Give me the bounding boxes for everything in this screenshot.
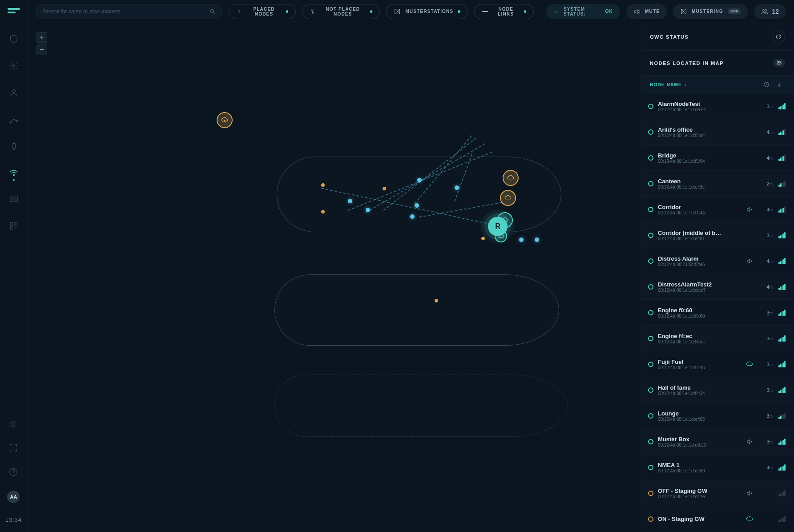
- node-mac-label: 00:12:4b:00:1e:1d:ef:05: [658, 417, 741, 422]
- sidebar-apps-icon[interactable]: [8, 221, 19, 231]
- mustering-badge: OFF: [728, 8, 741, 14]
- map-node-dot[interactable]: [535, 238, 539, 242]
- node-info: NMEA 100:12:4b:00:1e:1d:df:89: [658, 462, 741, 473]
- node-signal-icon: [777, 206, 787, 213]
- node-info: Engine f0:6000:12:4b:00:1e:1d:f0:60: [658, 307, 741, 318]
- node-info: Hall of fame00:12:4b:00:1e:1d:f4:34: [658, 384, 741, 396]
- node-info: OFF - Staging GW00:12:4b:00:1e:1d:df:1e: [658, 488, 741, 499]
- node-mac-label: 00:12:4b:00:1e:1d:f4:ec: [658, 339, 741, 344]
- node-time-label: 3m: [758, 387, 773, 393]
- map-node-R[interactable]: R: [488, 217, 508, 236]
- node-time-label: 4m: [758, 129, 773, 135]
- node-status-icon: [648, 284, 653, 290]
- node-time-label: 3m: [758, 413, 773, 419]
- node-name-label: Arild's office: [658, 126, 741, 133]
- node-row[interactable]: Corridor (middle of b…00:12:4b:00:1e:1d:…: [641, 222, 794, 248]
- table-head: NODE NAME↓: [641, 76, 794, 93]
- sidebar-watch-icon[interactable]: [8, 141, 19, 151]
- node-list[interactable]: AlarmNodeTest00:12:4b:00:1e:1d:de:923mAr…: [641, 93, 794, 532]
- sidebar-person-icon[interactable]: [8, 87, 19, 98]
- sidebar-id-icon[interactable]: [8, 194, 19, 205]
- svg-rect-10: [10, 227, 13, 229]
- mute-button[interactable]: MUTE: [626, 4, 667, 19]
- map-node-gateway[interactable]: [503, 170, 519, 186]
- sidebar-route-icon[interactable]: [8, 114, 19, 125]
- node-status-icon: [648, 258, 653, 264]
- node-row[interactable]: ON - Staging GW: [641, 506, 794, 532]
- col-node-name[interactable]: NODE NAME↓: [650, 82, 760, 87]
- map-node-dot[interactable]: [415, 203, 419, 208]
- map-node-dot[interactable]: [417, 178, 422, 182]
- user-avatar[interactable]: AA: [7, 491, 20, 503]
- node-status-icon: [648, 491, 653, 496]
- zoom-out-button[interactable]: −: [36, 44, 47, 55]
- map-node-dot[interactable]: [481, 237, 485, 240]
- node-row[interactable]: NMEA 100:12:4b:00:1e:1d:df:894m: [641, 455, 794, 480]
- node-row[interactable]: Engine f0:6000:12:4b:00:1e:1d:f0:603m: [641, 300, 794, 326]
- node-row[interactable]: Muster Box00:12:4b:00:1e:1d:e0:293m: [641, 429, 794, 455]
- node-sound-icon: [745, 206, 754, 213]
- map-node-dot[interactable]: [519, 238, 524, 242]
- sidebar-sun-icon[interactable]: [8, 419, 19, 429]
- refresh-button[interactable]: [772, 30, 785, 44]
- map-canvas[interactable]: + −: [28, 23, 641, 532]
- node-row[interactable]: Corridor00:12:4b:00:1e:1d:f1:444m: [641, 197, 794, 222]
- sidebar-network-icon[interactable]: [8, 167, 19, 178]
- filter-musterstations[interactable]: MUSTERSTATIONS: [386, 4, 468, 19]
- node-row[interactable]: Bridge00:12:4b:00:1e:1d:f5:944m: [641, 145, 794, 171]
- node-row[interactable]: Arild's office00:12:4b:00:1e:1d:f5:a44m: [641, 119, 794, 145]
- muster-icon: [394, 8, 401, 15]
- node-row[interactable]: DistressAlarmTest200:12:4b:00:1e:1d:dc:c…: [641, 274, 794, 300]
- node-row[interactable]: Distress Alarm00:12:4b:00:21:5b:5f:e64m: [641, 248, 794, 274]
- node-row[interactable]: Engine f4:ec00:12:4b:00:1e:1d:f4:ec3m: [641, 326, 794, 351]
- node-row[interactable]: Fujii Fuel00:12:4b:00:1e:1d:f4:453m: [641, 351, 794, 377]
- map-node-gateway[interactable]: [500, 190, 516, 206]
- node-info: ON - Staging GW: [658, 516, 741, 522]
- node-row[interactable]: Lounge00:12:4b:00:1e:1d:ef:053m: [641, 403, 794, 429]
- owc-status-section: OWC STATUS: [641, 23, 794, 51]
- map-node-dot[interactable]: [455, 185, 459, 190]
- node-row[interactable]: Canteen00:12:4b:00:1e:1d:ef:3c2m: [641, 171, 794, 197]
- topbar: PLACED NODES NOT PLACED NODES MUSTERSTAT…: [28, 0, 794, 23]
- map-node-gateway[interactable]: [217, 112, 233, 128]
- svg-rect-9: [14, 223, 17, 226]
- node-signal-icon: [777, 310, 787, 316]
- node-name-label: ON - Staging GW: [658, 516, 741, 522]
- map-node-dot[interactable]: [321, 210, 325, 214]
- sidebar-shield-icon[interactable]: [8, 34, 19, 44]
- node-info: Corridor00:12:4b:00:1e:1d:f1:44: [658, 204, 741, 215]
- map-node-dot[interactable]: [383, 187, 386, 190]
- people-count-pill[interactable]: 12: [754, 4, 786, 19]
- filter-placed-nodes[interactable]: PLACED NODES: [229, 4, 296, 19]
- svg-point-17: [765, 9, 767, 11]
- sidebar-gear-icon[interactable]: [8, 60, 19, 71]
- col-time[interactable]: [760, 81, 773, 88]
- col-signal[interactable]: [773, 81, 785, 88]
- app-logo[interactable]: [8, 8, 20, 16]
- search-input[interactable]: [42, 8, 205, 15]
- node-time-label: 4m: [758, 284, 773, 290]
- node-name-label: Corridor: [658, 204, 741, 210]
- map-node-dot[interactable]: [366, 208, 370, 212]
- node-name-label: Engine f0:60: [658, 307, 741, 314]
- map-node-dot[interactable]: [435, 299, 438, 302]
- node-status-icon: [648, 155, 653, 161]
- zoom-in-button[interactable]: +: [36, 32, 47, 43]
- filter-not-placed-nodes[interactable]: NOT PLACED NODES: [302, 4, 380, 19]
- node-row[interactable]: OFF - Staging GW00:12:4b:00:1e:1d:df:1e—: [641, 480, 794, 506]
- sidebar-fullscreen-icon[interactable]: [8, 443, 19, 453]
- search-box[interactable]: [36, 4, 222, 19]
- map-node-dot[interactable]: [348, 199, 352, 203]
- clock-icon: [763, 81, 770, 88]
- node-row[interactable]: AlarmNodeTest00:12:4b:00:1e:1d:de:923m: [641, 93, 794, 119]
- node-signal-icon: [777, 129, 787, 135]
- node-status-icon: [648, 129, 653, 135]
- node-row[interactable]: Hall of fame00:12:4b:00:1e:1d:f4:343m: [641, 377, 794, 403]
- map-node-dot[interactable]: [410, 214, 415, 219]
- map-node-dot[interactable]: [321, 183, 325, 187]
- sidebar-help-icon[interactable]: [8, 467, 19, 477]
- filter-node-links[interactable]: NODE LINKS: [474, 4, 533, 19]
- node-time-label: 3m: [758, 336, 773, 341]
- mustering-icon: [680, 8, 687, 15]
- mustering-button[interactable]: MUSTERING OFF: [673, 4, 748, 19]
